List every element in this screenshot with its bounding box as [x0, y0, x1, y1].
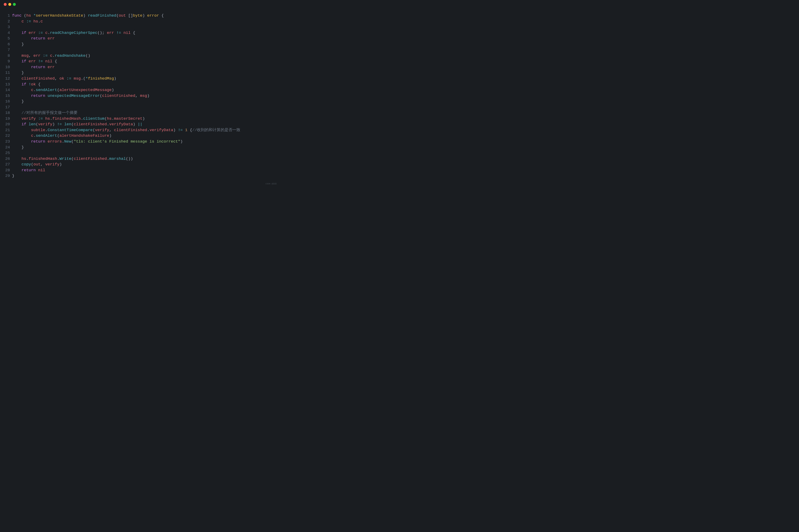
- code-line[interactable]: 8 msg, err := c.readHandshake(): [1, 53, 275, 59]
- code-content[interactable]: if err != nil {: [12, 59, 275, 64]
- code-area[interactable]: 1func (hs *serverHandshakeState) readFin…: [0, 13, 280, 179]
- code-line[interactable]: 3: [1, 24, 275, 30]
- code-line[interactable]: 14 c.sendAlert(alertUnexpectedMessage): [1, 87, 275, 93]
- line-number: 15: [1, 93, 12, 99]
- line-number: 7: [1, 47, 12, 53]
- code-content[interactable]: if !ok {: [12, 82, 275, 88]
- maximize-icon[interactable]: [13, 3, 16, 6]
- code-line[interactable]: 21 subtle.ConstantTimeCompare(verify, cl…: [1, 127, 275, 133]
- code-line[interactable]: 27 copy(out, verify): [1, 162, 275, 168]
- line-number: 4: [1, 30, 12, 36]
- code-line[interactable]: 6 }: [1, 42, 275, 48]
- editor-window: 1func (hs *serverHandshakeState) readFin…: [0, 0, 280, 187]
- code-content[interactable]: c := hs.c: [12, 19, 275, 24]
- code-line[interactable]: 7: [1, 47, 275, 53]
- line-number: 27: [1, 162, 12, 168]
- line-number: 17: [1, 104, 12, 110]
- code-line[interactable]: 26 hs.finishedHash.Write(clientFinished.…: [1, 156, 275, 162]
- code-line[interactable]: 11 }: [1, 70, 275, 76]
- line-number: 14: [1, 87, 12, 93]
- code-content[interactable]: [12, 47, 275, 53]
- minimize-icon[interactable]: [8, 3, 11, 6]
- code-line[interactable]: 28 return nil: [1, 168, 275, 173]
- code-line[interactable]: 20 if len(verify) != len(clientFinished.…: [1, 121, 275, 127]
- line-number: 3: [1, 24, 12, 30]
- line-number: 13: [1, 82, 12, 88]
- code-content[interactable]: msg, err := c.readHandshake(): [12, 53, 275, 59]
- line-number: 23: [1, 139, 12, 145]
- code-content[interactable]: }: [12, 145, 275, 150]
- code-line[interactable]: 2 c := hs.c: [1, 19, 275, 24]
- code-content[interactable]: [12, 24, 275, 30]
- line-number: 24: [1, 145, 12, 150]
- code-line[interactable]: 9 if err != nil {: [1, 59, 275, 64]
- line-number: 9: [1, 59, 12, 64]
- line-number: 25: [1, 150, 12, 156]
- line-number: 5: [1, 36, 12, 42]
- code-content[interactable]: if len(verify) != len(clientFinished.ver…: [12, 121, 275, 127]
- code-content[interactable]: }: [12, 99, 275, 104]
- line-number: 11: [1, 70, 12, 76]
- close-icon[interactable]: [4, 3, 7, 6]
- line-number: 8: [1, 53, 12, 59]
- line-number: 21: [1, 127, 12, 133]
- code-line[interactable]: 18 //对所有的握手报文做一个摘要: [1, 110, 275, 116]
- line-number: 20: [1, 121, 12, 127]
- code-line[interactable]: 4 if err := c.readChangeCipherSpec(); er…: [1, 30, 275, 36]
- code-content[interactable]: clientFinished, ok := msg.(*finishedMsg): [12, 76, 275, 82]
- code-content[interactable]: return errors.New("tls: client's Finishe…: [12, 139, 275, 145]
- code-line[interactable]: 23 return errors.New("tls: client's Fini…: [1, 139, 275, 145]
- code-line[interactable]: 22 c.sendAlert(alertHandshakeFailure): [1, 133, 275, 139]
- code-content[interactable]: [12, 104, 275, 110]
- line-number: 29: [1, 173, 12, 179]
- code-content[interactable]: copy(out, verify): [12, 162, 275, 168]
- code-line[interactable]: 1func (hs *serverHandshakeState) readFin…: [1, 13, 275, 19]
- code-line[interactable]: 5 return err: [1, 36, 275, 42]
- code-content[interactable]: [12, 150, 275, 156]
- line-number: 19: [1, 116, 12, 122]
- code-line[interactable]: 24 }: [1, 145, 275, 150]
- code-content[interactable]: subtle.ConstantTimeCompare(verify, clien…: [12, 127, 275, 133]
- code-content[interactable]: verify := hs.finishedHash.clientSum(hs.m…: [12, 116, 275, 122]
- window-controls: [0, 3, 280, 6]
- code-content[interactable]: return nil: [12, 168, 275, 173]
- code-line[interactable]: 12 clientFinished, ok := msg.(*finishedM…: [1, 76, 275, 82]
- line-number: 1: [1, 13, 12, 19]
- code-content[interactable]: return err: [12, 36, 275, 42]
- line-number: 6: [1, 42, 12, 48]
- line-number: 28: [1, 168, 12, 173]
- line-number: 26: [1, 156, 12, 162]
- code-line[interactable]: 17: [1, 104, 275, 110]
- code-content[interactable]: //对所有的握手报文做一个摘要: [12, 110, 275, 116]
- code-line[interactable]: 25: [1, 150, 275, 156]
- code-content[interactable]: return unexpectedMessageError(clientFini…: [12, 93, 275, 99]
- code-content[interactable]: return err: [12, 64, 275, 70]
- code-content[interactable]: c.sendAlert(alertHandshakeFailure): [12, 133, 275, 139]
- code-line[interactable]: 29}: [1, 173, 275, 179]
- code-line[interactable]: 16 }: [1, 99, 275, 104]
- code-content[interactable]: c.sendAlert(alertUnexpectedMessage): [12, 87, 275, 93]
- code-content[interactable]: if err := c.readChangeCipherSpec(); err …: [12, 30, 275, 36]
- line-number: 10: [1, 64, 12, 70]
- watermark-text: CSDN @归归: [266, 183, 277, 185]
- line-number: 18: [1, 110, 12, 116]
- code-line[interactable]: 19 verify := hs.finishedHash.clientSum(h…: [1, 116, 275, 122]
- code-line[interactable]: 10 return err: [1, 64, 275, 70]
- code-content[interactable]: }: [12, 42, 275, 48]
- line-number: 2: [1, 19, 12, 24]
- line-number: 12: [1, 76, 12, 82]
- line-number: 22: [1, 133, 12, 139]
- code-content[interactable]: }: [12, 173, 275, 179]
- code-content[interactable]: hs.finishedHash.Write(clientFinished.mar…: [12, 156, 275, 162]
- code-content[interactable]: }: [12, 70, 275, 76]
- code-line[interactable]: 15 return unexpectedMessageError(clientF…: [1, 93, 275, 99]
- code-line[interactable]: 13 if !ok {: [1, 82, 275, 88]
- line-number: 16: [1, 99, 12, 104]
- code-content[interactable]: func (hs *serverHandshakeState) readFini…: [12, 13, 275, 19]
